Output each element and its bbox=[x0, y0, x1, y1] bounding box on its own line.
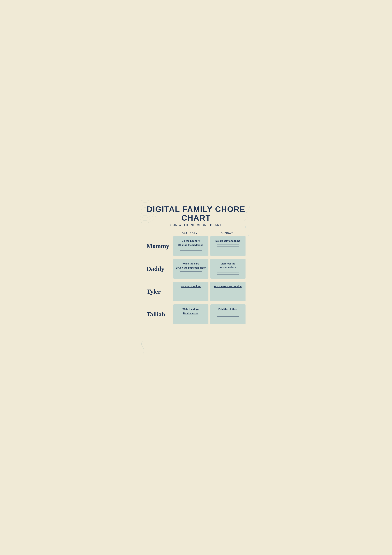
talliah-sat-chore-2: Dust shelves bbox=[176, 312, 206, 315]
talliah-sat-chore-1: Walk the dogs bbox=[176, 307, 206, 311]
daddy-sat-lines bbox=[176, 271, 206, 273]
talliah-sun-line-3 bbox=[217, 316, 239, 317]
deco-bottom-left-icon bbox=[140, 324, 153, 357]
tyler-saturday-cell: Vacuum the floor bbox=[173, 282, 208, 301]
header: DIGITAL FAMILY CHORE CHART OUR WEEKEND C… bbox=[147, 205, 246, 227]
tyler-sat-lines bbox=[176, 290, 206, 294]
mommy-sat-line-2 bbox=[180, 250, 202, 251]
mommy-sun-chore-1: Do grocery shopping bbox=[213, 239, 243, 242]
talliah-sun-line-2 bbox=[217, 314, 239, 315]
daddy-sunday-cell: Disinfect the wastebaskets bbox=[210, 259, 246, 279]
daddy-sat-line-2 bbox=[180, 273, 202, 273]
mommy-saturday-cell: Do the Laundry Change the beddings bbox=[173, 236, 208, 256]
tyler-sunday-cell: Put the trashes outside bbox=[210, 282, 246, 301]
talliah-sunday-cell: Fold the clothes bbox=[210, 304, 246, 324]
person-tyler: Tyler bbox=[147, 288, 171, 295]
chart-container: SATURDAY SUNDAY Mommy Do the Laundry Cha… bbox=[147, 232, 246, 324]
tyler-sat-chore-1: Vacuum the floor bbox=[176, 285, 206, 288]
daddy-sun-lines bbox=[213, 271, 243, 275]
talliah-sun-lines bbox=[213, 313, 243, 317]
talliah-sun-chore-1: Fold the clothes bbox=[213, 307, 243, 311]
person-talliah: Talliah bbox=[147, 311, 171, 318]
mommy-sun-line-2 bbox=[217, 246, 239, 247]
day-header-spacer bbox=[147, 232, 171, 234]
tyler-sat-line-2 bbox=[180, 292, 202, 292]
daddy-sun-chore-1: Disinfect the wastebaskets bbox=[213, 262, 243, 269]
tyler-sun-lines bbox=[213, 290, 243, 294]
page: DIGITAL FAMILY CHORE CHART OUR WEEKEND C… bbox=[140, 198, 252, 357]
daddy-sat-chore-2: Brush the bathroom floor bbox=[176, 266, 206, 270]
mommy-sunday-cell: Do grocery shopping bbox=[210, 236, 246, 256]
person-daddy: Daddy bbox=[147, 265, 171, 272]
mommy-sat-chore-2: Change the beddings bbox=[176, 243, 206, 247]
row-tyler: Tyler Vacuum the floor Put the trashes o… bbox=[147, 282, 246, 301]
sub-title: OUR WEEKEND CHORE CHART bbox=[147, 224, 246, 227]
main-title: DIGITAL FAMILY CHORE CHART bbox=[147, 205, 246, 222]
daddy-sat-chore-1: Wash the cars bbox=[176, 262, 206, 265]
daddy-saturday-cell: Wash the cars Brush the bathroom floor bbox=[173, 259, 208, 279]
row-talliah: Talliah Walk the dogs Dust shelves Fold … bbox=[147, 304, 246, 324]
daddy-sun-line-3 bbox=[217, 274, 239, 275]
tyler-sun-line-2 bbox=[217, 292, 239, 292]
mommy-sun-lines bbox=[213, 245, 243, 248]
talliah-sun-line-1 bbox=[217, 313, 239, 313]
tyler-sun-line-1 bbox=[217, 290, 239, 290]
person-mommy: Mommy bbox=[147, 242, 171, 250]
daddy-sun-line-1 bbox=[217, 271, 239, 271]
row-daddy: Daddy Wash the cars Brush the bathroom f… bbox=[147, 259, 246, 279]
tyler-sat-line-1 bbox=[180, 290, 202, 290]
mommy-sat-chore-1: Do the Laundry bbox=[176, 239, 206, 242]
tyler-sun-chore-1: Put the trashes outside bbox=[213, 285, 243, 288]
tyler-sun-line-3 bbox=[217, 294, 239, 294]
row-mommy: Mommy Do the Laundry Change the beddings… bbox=[147, 236, 246, 256]
talliah-saturday-cell: Walk the dogs Dust shelves bbox=[173, 304, 208, 324]
saturday-label: SATURDAY bbox=[171, 232, 208, 234]
talliah-sat-line-1 bbox=[180, 317, 202, 317]
svg-rect-8 bbox=[248, 235, 249, 236]
talliah-sat-lines bbox=[176, 317, 206, 319]
day-headers: SATURDAY SUNDAY bbox=[147, 232, 246, 234]
sunday-label: SUNDAY bbox=[208, 232, 246, 234]
svg-line-6 bbox=[145, 223, 145, 223]
tyler-sat-line-3 bbox=[180, 294, 202, 294]
mommy-sat-lines bbox=[176, 249, 206, 251]
